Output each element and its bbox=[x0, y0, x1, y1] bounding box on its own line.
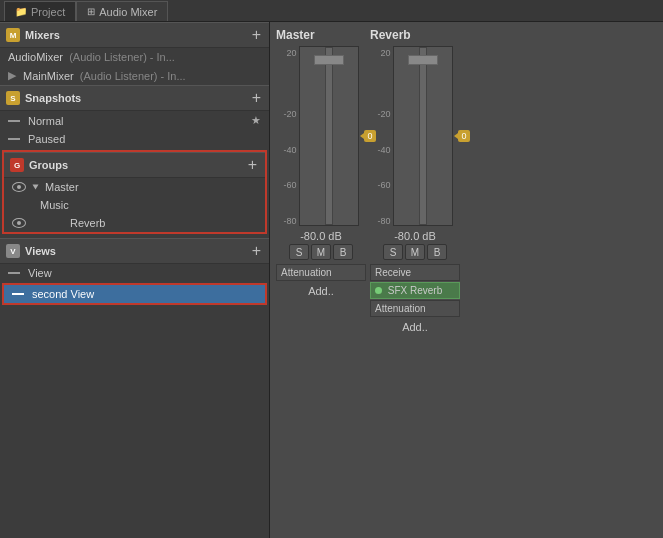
mixers-add-button[interactable]: + bbox=[250, 27, 263, 43]
mixer-channels: Master 20 -20 -40 -60 -80 bbox=[276, 28, 657, 532]
reverb-smb-buttons: S M B bbox=[383, 244, 447, 260]
reverb-bypass-button[interactable]: B bbox=[427, 244, 447, 260]
master-db-value: -80.0 dB bbox=[300, 230, 342, 242]
mixers-section-header: M Mixers + bbox=[0, 22, 269, 48]
main-window: 📁 Project ⊞ Audio Mixer M Mixers + Audio… bbox=[0, 0, 663, 538]
mixer-tab-icon: ⊞ bbox=[87, 6, 95, 17]
reverb-eye-icon[interactable] bbox=[12, 218, 26, 228]
sfx-reverb-effect[interactable]: SFX Reverb bbox=[370, 282, 460, 299]
reverb-db-value: -80.0 dB bbox=[394, 230, 436, 242]
reverb-attenuation-label: Attenuation bbox=[375, 303, 426, 314]
tab-project[interactable]: 📁 Project bbox=[4, 1, 76, 21]
music-group-label: Music bbox=[40, 199, 69, 211]
groups-title: Groups bbox=[29, 159, 68, 171]
snapshots-title: Snapshots bbox=[25, 92, 81, 104]
paused-snapshot-item[interactable]: Paused bbox=[0, 130, 269, 148]
view-label: View bbox=[28, 267, 52, 279]
reverb-effect-list: Receive SFX Reverb Attenuation bbox=[370, 264, 460, 317]
mainmixer-label: MainMixer (Audio Listener) - In... bbox=[23, 70, 186, 82]
audiomixer-label: AudioMixer (Audio Listener) - In... bbox=[8, 51, 175, 63]
master-triangle-icon bbox=[33, 185, 39, 190]
reverb-gain-badge[interactable]: 0 bbox=[458, 130, 469, 142]
groups-section-header: G Groups + bbox=[4, 152, 265, 178]
views-section: V Views + View second View bbox=[0, 238, 269, 306]
master-eye-icon[interactable] bbox=[12, 182, 26, 192]
views-add-button[interactable]: + bbox=[250, 243, 263, 259]
reverb-group-item[interactable]: Reverb bbox=[4, 214, 265, 232]
reverb-fader[interactable]: 0 bbox=[393, 46, 453, 226]
master-group-item[interactable]: Master bbox=[4, 178, 265, 196]
left-panel: M Mixers + AudioMixer (Audio Listener) -… bbox=[0, 22, 270, 538]
master-attenuation-effect[interactable]: Attenuation bbox=[276, 264, 366, 281]
master-channel: Master 20 -20 -40 -60 -80 bbox=[276, 28, 366, 532]
normal-snapshot-item[interactable]: Normal ★ bbox=[0, 111, 269, 130]
sfx-reverb-label: SFX Reverb bbox=[388, 285, 442, 296]
reverb-mute-button[interactable]: M bbox=[405, 244, 425, 260]
reverb-solo-button[interactable]: S bbox=[383, 244, 403, 260]
second-view-item[interactable]: second View bbox=[4, 285, 265, 303]
master-solo-button[interactable]: S bbox=[289, 244, 309, 260]
normal-snapshot-label: Normal bbox=[28, 115, 63, 127]
master-fader-handle[interactable] bbox=[314, 55, 344, 65]
reverb-level-marks: 20 -20 -40 -60 -80 bbox=[377, 46, 390, 226]
view-item[interactable]: View bbox=[0, 264, 269, 282]
reverb-fader-track bbox=[419, 47, 427, 225]
audiomixer-item[interactable]: AudioMixer (Audio Listener) - In... bbox=[0, 48, 269, 66]
tab-project-label: Project bbox=[31, 6, 65, 18]
view-dash-icon bbox=[8, 272, 20, 274]
master-fader[interactable]: 0 bbox=[299, 46, 359, 226]
project-tab-icon: 📁 bbox=[15, 6, 27, 17]
mixers-icon: M bbox=[6, 28, 20, 42]
master-bypass-button[interactable]: B bbox=[333, 244, 353, 260]
groups-icon: G bbox=[10, 158, 24, 172]
content-area: M Mixers + AudioMixer (Audio Listener) -… bbox=[0, 22, 663, 538]
tab-bar: 📁 Project ⊞ Audio Mixer bbox=[0, 0, 663, 22]
music-group-item[interactable]: Music bbox=[32, 196, 265, 214]
star-icon: ★ bbox=[251, 114, 261, 127]
snapshots-icon: S bbox=[6, 91, 20, 105]
views-section-header: V Views + bbox=[0, 238, 269, 264]
reverb-channel-title: Reverb bbox=[370, 28, 411, 42]
views-icon: V bbox=[6, 244, 20, 258]
second-view-wrapper: second View bbox=[2, 283, 267, 305]
groups-section: G Groups + Master Music bbox=[2, 150, 267, 234]
master-smb-buttons: S M B bbox=[289, 244, 353, 260]
master-effect-list: Attenuation bbox=[276, 264, 366, 281]
reverb-group-label: Reverb bbox=[70, 217, 105, 229]
reverb-fader-area: 20 -20 -40 -60 -80 0 bbox=[377, 46, 452, 226]
reverb-fader-handle[interactable] bbox=[408, 55, 438, 65]
sfx-reverb-dot bbox=[375, 287, 382, 294]
master-add-link[interactable]: Add.. bbox=[308, 285, 334, 297]
master-fader-area: 20 -20 -40 -60 -80 0 bbox=[283, 46, 358, 226]
second-view-label: second View bbox=[32, 288, 94, 300]
reverb-attenuation-effect[interactable]: Attenuation bbox=[370, 300, 460, 317]
normal-dash-icon bbox=[8, 120, 20, 122]
master-gain-badge[interactable]: 0 bbox=[364, 130, 375, 142]
tab-mixer-label: Audio Mixer bbox=[99, 6, 157, 18]
reverb-channel: Reverb 20 -20 -40 -60 -80 bbox=[370, 28, 460, 532]
master-fader-track bbox=[325, 47, 333, 225]
views-title: Views bbox=[25, 245, 56, 257]
master-level-marks: 20 -20 -40 -60 -80 bbox=[283, 46, 296, 226]
second-view-dash-icon bbox=[12, 293, 24, 295]
reverb-add-link[interactable]: Add.. bbox=[402, 321, 428, 333]
paused-snapshot-label: Paused bbox=[28, 133, 65, 145]
receive-label: Receive bbox=[375, 267, 411, 278]
master-mute-button[interactable]: M bbox=[311, 244, 331, 260]
master-attenuation-label: Attenuation bbox=[281, 267, 332, 278]
snapshots-section-header: S Snapshots + bbox=[0, 85, 269, 111]
master-group-label: Master bbox=[45, 181, 79, 193]
paused-dash-icon bbox=[8, 138, 20, 140]
mainmixer-item[interactable]: ▶ MainMixer (Audio Listener) - In... bbox=[0, 66, 269, 85]
mixers-title: Mixers bbox=[25, 29, 60, 41]
tab-audio-mixer[interactable]: ⊞ Audio Mixer bbox=[76, 1, 168, 21]
master-channel-title: Master bbox=[276, 28, 315, 42]
snapshots-add-button[interactable]: + bbox=[250, 90, 263, 106]
right-panel: Master 20 -20 -40 -60 -80 bbox=[270, 22, 663, 538]
groups-add-button[interactable]: + bbox=[246, 157, 259, 173]
receive-effect[interactable]: Receive bbox=[370, 264, 460, 281]
